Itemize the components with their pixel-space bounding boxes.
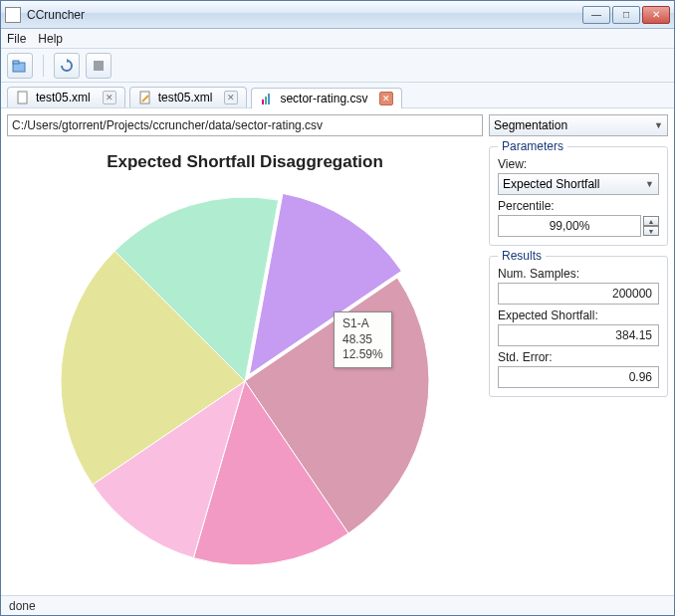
open-button[interactable] bbox=[7, 53, 33, 79]
spinner-up-icon[interactable]: ▲ bbox=[643, 216, 659, 226]
client-area: Expected Shortfall Disaggregation S1-A 4… bbox=[1, 108, 674, 595]
chart-icon bbox=[260, 92, 274, 105]
tab-close-icon[interactable]: ✕ bbox=[224, 91, 238, 104]
toolbar bbox=[1, 49, 674, 83]
titlebar[interactable]: CCruncher — □ ✕ bbox=[1, 1, 674, 29]
svg-rect-3 bbox=[18, 92, 27, 103]
minimize-button[interactable]: — bbox=[582, 6, 610, 24]
menu-help[interactable]: Help bbox=[38, 32, 63, 46]
view-label: View: bbox=[498, 157, 659, 171]
folder-open-icon bbox=[12, 58, 28, 74]
tab-test05-1[interactable]: test05.xml ✕ bbox=[7, 87, 125, 107]
window-buttons: — □ ✕ bbox=[582, 6, 670, 24]
tooltip-name: S1-A bbox=[342, 316, 383, 332]
chart-tooltip: S1-A 48.35 12.59% bbox=[334, 311, 392, 368]
file-path-input[interactable] bbox=[7, 114, 483, 136]
group-legend: Results bbox=[498, 249, 546, 263]
app-icon bbox=[5, 7, 21, 23]
tab-bar: test05.xml ✕ test05.xml ✕ sector-rating.… bbox=[1, 83, 674, 108]
tab-label: test05.xml bbox=[36, 91, 91, 104]
maximize-button[interactable]: □ bbox=[612, 6, 640, 24]
menu-file[interactable]: File bbox=[7, 32, 26, 46]
results-group: Results Num. Samples: 200000 Expected Sh… bbox=[489, 256, 668, 397]
right-pane: Segmentation ▼ Parameters View: Expected… bbox=[489, 114, 668, 589]
pie-chart[interactable] bbox=[46, 182, 444, 580]
tooltip-value: 48.35 bbox=[342, 332, 383, 348]
svg-rect-1 bbox=[13, 61, 19, 64]
refresh-button[interactable] bbox=[54, 53, 80, 79]
svg-rect-5 bbox=[262, 100, 264, 104]
samples-label: Num. Samples: bbox=[498, 267, 659, 281]
refresh-icon bbox=[59, 58, 75, 74]
status-text: done bbox=[9, 599, 36, 613]
edit-document-icon bbox=[138, 91, 152, 104]
stderr-field: 0.96 bbox=[498, 366, 659, 388]
percentile-field[interactable]: 99,00% bbox=[498, 215, 641, 237]
svg-rect-4 bbox=[140, 92, 149, 103]
tab-test05-2[interactable]: test05.xml ✕ bbox=[129, 87, 248, 107]
chart-area: Expected Shortfall Disaggregation S1-A 4… bbox=[7, 142, 483, 589]
close-button[interactable]: ✕ bbox=[642, 6, 670, 24]
es-label: Expected Shortfall: bbox=[498, 308, 659, 322]
chevron-down-icon: ▼ bbox=[654, 120, 663, 130]
tab-label: sector-rating.csv bbox=[280, 92, 367, 105]
menubar: File Help bbox=[1, 29, 674, 49]
group-legend: Parameters bbox=[498, 139, 567, 153]
left-pane: Expected Shortfall Disaggregation S1-A 4… bbox=[7, 114, 483, 589]
document-icon bbox=[16, 91, 30, 104]
chart-title: Expected Shortfall Disaggregation bbox=[7, 142, 483, 178]
segmentation-combo[interactable]: Segmentation ▼ bbox=[489, 114, 668, 136]
chevron-down-icon: ▼ bbox=[645, 179, 654, 189]
combo-value: Segmentation bbox=[494, 118, 567, 132]
samples-field: 200000 bbox=[498, 283, 659, 305]
stop-icon bbox=[91, 58, 107, 74]
view-combo[interactable]: Expected Shortfall ▼ bbox=[498, 173, 659, 195]
tab-close-icon[interactable]: ✕ bbox=[379, 92, 393, 105]
percentile-spinner[interactable]: ▲ ▼ bbox=[643, 216, 659, 236]
tab-close-icon[interactable]: ✕ bbox=[103, 91, 116, 104]
toolbar-separator bbox=[43, 55, 44, 77]
tab-sector-rating[interactable]: sector-rating.csv ✕ bbox=[251, 88, 402, 108]
tooltip-percent: 12.59% bbox=[342, 347, 383, 363]
parameters-group: Parameters View: Expected Shortfall ▼ Pe… bbox=[489, 146, 668, 246]
svg-rect-7 bbox=[268, 94, 270, 104]
combo-value: Expected Shortfall bbox=[503, 177, 599, 191]
window-title: CCruncher bbox=[27, 8, 582, 22]
svg-rect-2 bbox=[94, 61, 104, 71]
app-window: CCruncher — □ ✕ File Help test05.xml ✕ t bbox=[0, 0, 675, 616]
stderr-label: Std. Error: bbox=[498, 350, 659, 364]
percentile-label: Percentile: bbox=[498, 199, 659, 213]
tab-label: test05.xml bbox=[158, 91, 213, 104]
stop-button[interactable] bbox=[86, 53, 112, 79]
status-bar: done bbox=[1, 595, 674, 615]
svg-rect-6 bbox=[265, 97, 267, 104]
spinner-down-icon[interactable]: ▼ bbox=[643, 226, 659, 236]
es-field: 384.15 bbox=[498, 324, 659, 346]
